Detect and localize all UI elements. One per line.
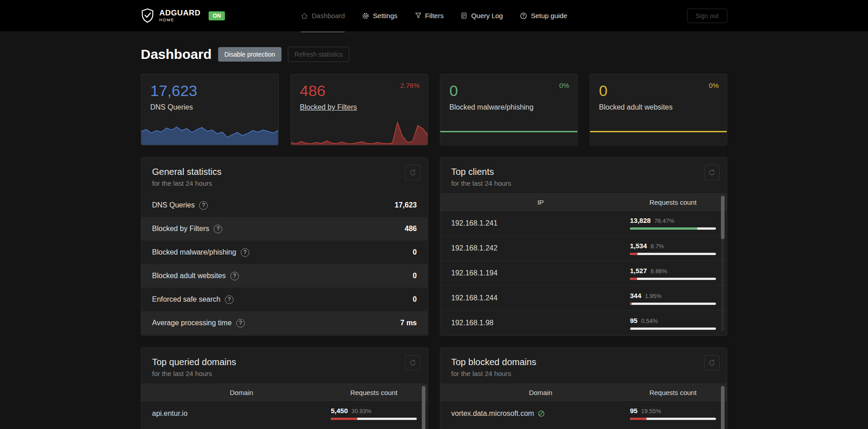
requests-count: 344 bbox=[630, 292, 641, 299]
scrollbar-thumb[interactable] bbox=[721, 196, 725, 239]
blocked-filters-card: 2.76% 486 Blocked by Filters bbox=[291, 74, 429, 145]
dns-queries-sparkline bbox=[141, 119, 278, 145]
block-slash-icon[interactable] bbox=[538, 410, 545, 417]
table-row: 192.168.1.2443441.95% bbox=[440, 285, 727, 310]
statistic-label: Blocked malware/phishing bbox=[152, 248, 236, 256]
statistic-value: 0 bbox=[413, 248, 417, 256]
help-icon[interactable] bbox=[230, 272, 239, 280]
statistic-label: Average processing time bbox=[152, 319, 232, 327]
refresh-icon bbox=[708, 169, 715, 176]
panel-title: Top blocked domains bbox=[451, 357, 716, 367]
sign-out-button[interactable]: Sign out bbox=[687, 9, 727, 23]
requests-percent: 30.93% bbox=[352, 408, 372, 415]
question-circle-icon bbox=[520, 12, 527, 19]
panel-refresh-button[interactable] bbox=[704, 165, 720, 180]
blocked-malware-percent: 0% bbox=[559, 82, 569, 89]
panel-subtitle: for the last 24 hours bbox=[152, 179, 417, 187]
panel-subtitle: for the last 24 hours bbox=[152, 370, 417, 377]
help-icon[interactable] bbox=[214, 225, 222, 233]
row-name[interactable]: 192.168.1.241 bbox=[451, 219, 497, 227]
table-row: 192.168.1.24113,82878.47% bbox=[440, 211, 727, 236]
funnel-icon bbox=[415, 12, 421, 19]
page-title: Dashboard bbox=[141, 47, 212, 62]
blocked-filters-sparkline bbox=[291, 119, 428, 145]
nav-setup-guide[interactable]: Setup guide bbox=[520, 0, 567, 31]
top-clients-rows: 192.168.1.24113,82878.47%192.168.1.2421,… bbox=[440, 211, 727, 335]
blocked-filters-link[interactable]: Blocked by Filters bbox=[300, 103, 357, 111]
summary-cards: 17,623 DNS Queries 2.76% 486 Blocked by … bbox=[141, 74, 727, 145]
shield-logo-icon bbox=[141, 8, 154, 23]
blocked-malware-card: 0% 0 Blocked malware/phishing bbox=[440, 74, 578, 145]
blocked-malware-label: Blocked malware/phishing bbox=[440, 99, 577, 111]
scrollbar-track bbox=[721, 196, 725, 332]
help-icon[interactable] bbox=[241, 248, 249, 257]
requests-count: 1,534 bbox=[630, 242, 647, 250]
help-icon[interactable] bbox=[199, 201, 208, 210]
row-name[interactable]: 192.168.1.98 bbox=[451, 319, 493, 327]
row-name[interactable]: api.entur.io bbox=[152, 410, 187, 418]
blocked-adult-value: 0 bbox=[590, 74, 727, 99]
bottom-panels: Top queried domains for the last 24 hour… bbox=[141, 347, 727, 429]
requests-count: 95 bbox=[630, 407, 638, 415]
protection-status-badge: ON bbox=[209, 11, 225, 20]
blocked-adult-percent: 0% bbox=[709, 82, 719, 89]
panel-refresh-button[interactable] bbox=[405, 355, 420, 371]
scrollbar-thumb[interactable] bbox=[721, 386, 725, 429]
row-name[interactable]: vortex.data.microsoft.com bbox=[451, 410, 534, 418]
blocked-adult-label: Blocked adult websites bbox=[590, 99, 727, 111]
nav-label: Setup guide bbox=[531, 12, 567, 19]
brand-title: ADGUARD bbox=[159, 9, 200, 17]
blocked-malware-sparkline bbox=[440, 131, 577, 132]
statistics-row: DNS Queries17,623 bbox=[141, 193, 428, 217]
statistic-label: Blocked by Filters bbox=[152, 225, 209, 233]
column-header-ip: IP bbox=[451, 198, 630, 206]
statistic-value: 0 bbox=[413, 295, 417, 304]
help-icon[interactable] bbox=[236, 319, 245, 328]
row-name[interactable]: 192.168.1.242 bbox=[451, 244, 497, 252]
panel-title: General statistics bbox=[152, 167, 417, 177]
nav-label: Query Log bbox=[471, 12, 503, 19]
panel-refresh-button[interactable] bbox=[704, 355, 720, 371]
table-row: api.entur.io5,45030.93% bbox=[141, 401, 428, 426]
statistics-row: Blocked adult websites0 bbox=[141, 264, 428, 288]
nav-label: Filters bbox=[425, 12, 444, 19]
scrollbar-track bbox=[721, 386, 725, 429]
nav-dashboard[interactable]: Dashboard bbox=[301, 0, 345, 31]
top-navigation-bar: ADGUARD HOME ON Dashboard Settings Filte… bbox=[0, 0, 868, 31]
requests-percent: 8.7% bbox=[651, 243, 664, 250]
statistic-label: Blocked adult websites bbox=[152, 272, 226, 280]
nav-settings[interactable]: Settings bbox=[362, 0, 397, 31]
gear-icon bbox=[362, 12, 369, 19]
statistic-label: DNS Queries bbox=[152, 201, 195, 209]
panel-refresh-button[interactable] bbox=[405, 165, 420, 180]
refresh-statistics-button[interactable]: Refresh statistics bbox=[288, 47, 350, 62]
row-name[interactable]: 192.168.1.244 bbox=[451, 294, 497, 302]
table-row: 192.168.1.98950.54% bbox=[440, 310, 727, 335]
nav-filters[interactable]: Filters bbox=[415, 0, 444, 31]
requests-count: 13,828 bbox=[630, 217, 651, 224]
help-icon[interactable] bbox=[225, 295, 234, 304]
requests-percent: 0.54% bbox=[641, 318, 658, 324]
scrollbar-thumb[interactable] bbox=[422, 386, 425, 429]
statistic-value: 486 bbox=[405, 225, 417, 233]
column-header-requests-count: Requests count bbox=[630, 389, 716, 396]
nav-query-log[interactable]: Query Log bbox=[461, 0, 503, 31]
disable-protection-button[interactable]: Disable protection bbox=[218, 47, 281, 62]
panel-subtitle: for the last 24 hours bbox=[451, 370, 716, 377]
document-icon bbox=[461, 12, 467, 19]
statistic-value: 0 bbox=[413, 272, 417, 280]
panel-title: Top queried domains bbox=[152, 357, 417, 367]
row-name[interactable]: 192.168.1.194 bbox=[451, 269, 497, 277]
page-header: Dashboard Disable protection Refresh sta… bbox=[141, 47, 727, 62]
refresh-icon bbox=[409, 169, 416, 176]
refresh-icon bbox=[708, 359, 715, 366]
requests-count: 1,527 bbox=[630, 267, 647, 275]
scrollbar-track bbox=[422, 386, 425, 429]
table-row: vortex.data.microsoft.com9519.55% bbox=[440, 401, 727, 426]
top-clients-panel: Top clients for the last 24 hours IP Req… bbox=[440, 157, 727, 336]
adguard-home-logo[interactable]: ADGUARD HOME ON bbox=[141, 8, 225, 23]
main-nav: Dashboard Settings Filters Query Log Set… bbox=[301, 0, 568, 31]
panel-head: Top clients for the last 24 hours bbox=[440, 158, 727, 193]
statistic-value: 7 ms bbox=[401, 319, 417, 327]
requests-percent: 19.55% bbox=[641, 408, 661, 415]
